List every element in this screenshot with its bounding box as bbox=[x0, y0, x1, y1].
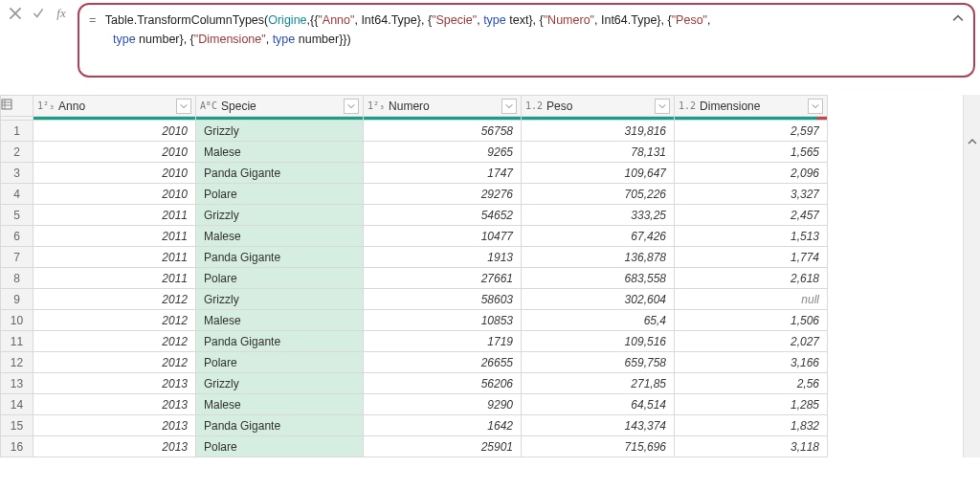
cell-numero[interactable]: 25901 bbox=[364, 436, 522, 457]
cell-dim[interactable]: 1,285 bbox=[675, 394, 828, 415]
cell-dim[interactable]: 3,327 bbox=[675, 184, 828, 205]
column-header-numero[interactable]: 1²₃Numero bbox=[364, 96, 522, 117]
cell-anno[interactable]: 2010 bbox=[33, 142, 196, 163]
cell-numero[interactable]: 58603 bbox=[364, 289, 522, 310]
row-number[interactable]: 12 bbox=[1, 352, 33, 373]
cell-numero[interactable]: 10853 bbox=[364, 310, 522, 331]
table-row[interactable]: 32010Panda Gigante1747109,6472,096 bbox=[1, 163, 828, 184]
table-row[interactable]: 112012Panda Gigante1719109,5162,027 bbox=[1, 331, 828, 352]
cell-numero[interactable]: 9265 bbox=[364, 142, 522, 163]
scroll-up-icon[interactable] bbox=[964, 133, 980, 150]
cell-specie[interactable]: Malese bbox=[196, 142, 364, 163]
cell-numero[interactable]: 9290 bbox=[364, 394, 522, 415]
table-row[interactable]: 92012Grizzly58603302,604null bbox=[1, 289, 828, 310]
cell-anno[interactable]: 2013 bbox=[33, 373, 196, 394]
table-row[interactable]: 52011Grizzly54652333,252,457 bbox=[1, 205, 828, 226]
cell-peso[interactable]: 333,25 bbox=[522, 205, 675, 226]
cell-dim[interactable]: 3,118 bbox=[675, 436, 828, 457]
cell-anno[interactable]: 2010 bbox=[33, 163, 196, 184]
cell-numero[interactable]: 1719 bbox=[364, 331, 522, 352]
cell-dim[interactable]: 2,56 bbox=[675, 373, 828, 394]
column-header-dim[interactable]: 1.2Dimensione bbox=[675, 96, 828, 117]
fx-icon[interactable]: fx bbox=[55, 6, 68, 21]
cell-anno[interactable]: 2012 bbox=[33, 310, 196, 331]
cell-dim[interactable]: 1,513 bbox=[675, 226, 828, 247]
row-number[interactable]: 9 bbox=[1, 289, 33, 310]
cell-specie[interactable]: Malese bbox=[196, 394, 364, 415]
confirm-icon[interactable] bbox=[32, 6, 45, 21]
table-corner[interactable] bbox=[1, 96, 33, 117]
cell-specie[interactable]: Panda Gigante bbox=[196, 163, 364, 184]
column-header-anno[interactable]: 1²₃Anno bbox=[33, 96, 196, 117]
cell-peso[interactable]: 65,4 bbox=[522, 310, 675, 331]
column-filter-icon[interactable] bbox=[501, 99, 517, 114]
cell-dim[interactable]: null bbox=[675, 289, 828, 310]
cell-anno[interactable]: 2011 bbox=[33, 226, 196, 247]
table-row[interactable]: 62011Malese1047767,4261,513 bbox=[1, 226, 828, 247]
cell-specie[interactable]: Polare bbox=[196, 436, 364, 457]
cell-anno[interactable]: 2012 bbox=[33, 352, 196, 373]
cell-numero[interactable]: 27661 bbox=[364, 268, 522, 289]
row-number[interactable]: 6 bbox=[1, 226, 33, 247]
row-number[interactable]: 1 bbox=[1, 121, 33, 142]
cell-dim[interactable]: 2,096 bbox=[675, 163, 828, 184]
cell-specie[interactable]: Malese bbox=[196, 310, 364, 331]
cell-peso[interactable]: 683,558 bbox=[522, 268, 675, 289]
vertical-scrollbar[interactable] bbox=[963, 95, 980, 457]
cell-specie[interactable]: Polare bbox=[196, 268, 364, 289]
row-number[interactable]: 10 bbox=[1, 310, 33, 331]
row-number[interactable]: 13 bbox=[1, 373, 33, 394]
cell-peso[interactable]: 302,604 bbox=[522, 289, 675, 310]
table-row[interactable]: 162013Polare25901715,6963,118 bbox=[1, 436, 828, 457]
row-number[interactable]: 8 bbox=[1, 268, 33, 289]
row-number[interactable]: 5 bbox=[1, 205, 33, 226]
cell-specie[interactable]: Grizzly bbox=[196, 205, 364, 226]
table-row[interactable]: 72011Panda Gigante1913136,8781,774 bbox=[1, 247, 828, 268]
cell-specie[interactable]: Polare bbox=[196, 184, 364, 205]
cell-dim[interactable]: 1,832 bbox=[675, 415, 828, 436]
cell-numero[interactable]: 56758 bbox=[364, 121, 522, 142]
cell-numero[interactable]: 26655 bbox=[364, 352, 522, 373]
row-number[interactable]: 14 bbox=[1, 394, 33, 415]
table-row[interactable]: 22010Malese926578,1311,565 bbox=[1, 142, 828, 163]
cell-specie[interactable]: Panda Gigante bbox=[196, 415, 364, 436]
table-row[interactable]: 152013Panda Gigante1642143,3741,832 bbox=[1, 415, 828, 436]
table-row[interactable]: 102012Malese1085365,41,506 bbox=[1, 310, 828, 331]
cell-peso[interactable]: 143,374 bbox=[522, 415, 675, 436]
cell-anno[interactable]: 2013 bbox=[33, 394, 196, 415]
cell-peso[interactable]: 271,85 bbox=[522, 373, 675, 394]
cell-peso[interactable]: 64,514 bbox=[522, 394, 675, 415]
cell-dim[interactable]: 2,597 bbox=[675, 121, 828, 142]
cell-peso[interactable]: 705,226 bbox=[522, 184, 675, 205]
cell-specie[interactable]: Panda Gigante bbox=[196, 247, 364, 268]
cell-peso[interactable]: 109,647 bbox=[522, 163, 675, 184]
cell-specie[interactable]: Panda Gigante bbox=[196, 331, 364, 352]
cell-anno[interactable]: 2011 bbox=[33, 247, 196, 268]
row-number[interactable]: 4 bbox=[1, 184, 33, 205]
table-row[interactable]: 142013Malese929064,5141,285 bbox=[1, 394, 828, 415]
cell-numero[interactable]: 1747 bbox=[364, 163, 522, 184]
cell-numero[interactable]: 54652 bbox=[364, 205, 522, 226]
column-filter-icon[interactable] bbox=[176, 99, 191, 114]
cell-anno[interactable]: 2012 bbox=[33, 331, 196, 352]
cell-specie[interactable]: Grizzly bbox=[196, 373, 364, 394]
cell-specie[interactable]: Grizzly bbox=[196, 289, 364, 310]
row-number[interactable]: 3 bbox=[1, 163, 33, 184]
cell-anno[interactable]: 2010 bbox=[33, 121, 196, 142]
cell-specie[interactable]: Polare bbox=[196, 352, 364, 373]
cancel-icon[interactable] bbox=[9, 6, 22, 21]
cell-peso[interactable]: 78,131 bbox=[522, 142, 675, 163]
cell-anno[interactable]: 2012 bbox=[33, 289, 196, 310]
cell-numero[interactable]: 10477 bbox=[364, 226, 522, 247]
cell-peso[interactable]: 109,516 bbox=[522, 331, 675, 352]
column-filter-icon[interactable] bbox=[655, 99, 670, 114]
cell-numero[interactable]: 56206 bbox=[364, 373, 522, 394]
cell-dim[interactable]: 1,506 bbox=[675, 310, 828, 331]
collapse-formula-icon[interactable] bbox=[950, 11, 966, 26]
formula-editor[interactable]: = Table.TransformColumnTypes(Origine,{{"… bbox=[78, 3, 975, 78]
cell-dim[interactable]: 3,166 bbox=[675, 352, 828, 373]
cell-peso[interactable]: 136,878 bbox=[522, 247, 675, 268]
table-row[interactable]: 132013Grizzly56206271,852,56 bbox=[1, 373, 828, 394]
table-row[interactable]: 42010Polare29276705,2263,327 bbox=[1, 184, 828, 205]
row-number[interactable]: 7 bbox=[1, 247, 33, 268]
